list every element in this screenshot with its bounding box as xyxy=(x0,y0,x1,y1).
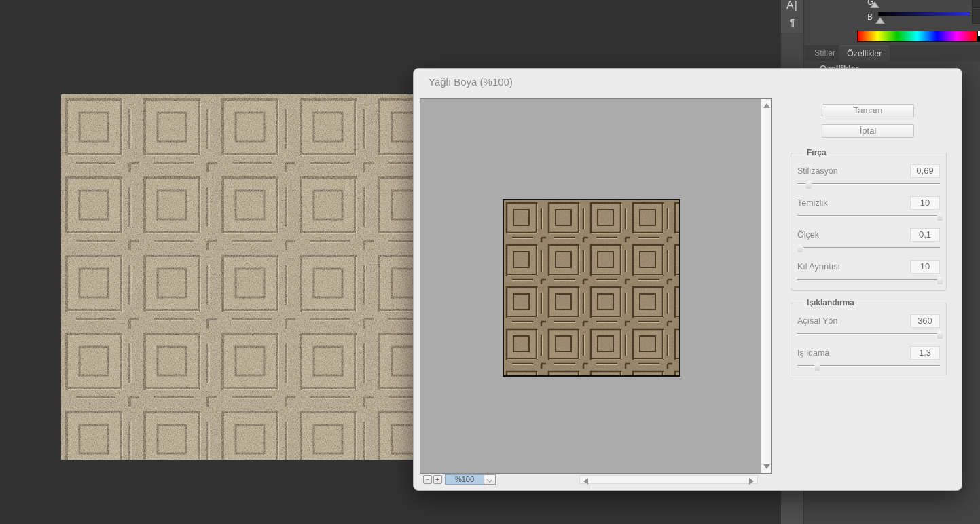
slider-track[interactable] xyxy=(797,212,940,221)
character-glyph: A xyxy=(786,0,795,12)
preview-vertical-scrollbar[interactable] xyxy=(761,99,771,473)
slider-thumb[interactable] xyxy=(797,244,804,252)
panel-tab-bar: Stiller Özellikler xyxy=(805,45,980,61)
black-swatch[interactable] xyxy=(977,36,980,42)
color-spectrum-ramp[interactable] xyxy=(857,31,977,42)
scroll-right-icon[interactable] xyxy=(749,478,754,485)
oil-paint-dialog: Yağlı Boya (%100) xyxy=(413,68,962,491)
zoom-out-button[interactable]: − xyxy=(423,475,432,484)
slider-track[interactable] xyxy=(797,180,940,189)
b-channel-row: B 0 xyxy=(805,9,980,25)
preview-frame xyxy=(420,98,772,474)
slider-value-field[interactable]: 10 xyxy=(910,196,940,210)
slider-row-stilizasyon: Stilizasyon 0,69 xyxy=(797,164,940,189)
g-slider-thumb[interactable] xyxy=(870,1,879,8)
paragraph-glyph: ¶ xyxy=(789,16,795,28)
tab-stiller[interactable]: Stiller xyxy=(806,45,843,61)
slider-row-isildama: Işıldama 1,3 xyxy=(797,346,940,371)
slider-value-field[interactable]: 0,1 xyxy=(910,228,940,242)
slider-label: Açısal Yön xyxy=(797,316,838,326)
slider-row-acisal-yon: Açısal Yön 360 xyxy=(797,314,940,339)
slider-thumb[interactable] xyxy=(814,362,821,371)
b-slider-thumb[interactable] xyxy=(875,17,885,24)
slider-row-temizlik: Temizlik 10 xyxy=(797,196,940,221)
tab-ozellikler[interactable]: Özellikler xyxy=(839,45,890,61)
slider-value-field[interactable]: 10 xyxy=(910,260,940,274)
slider-value-field[interactable]: 1,3 xyxy=(910,346,940,360)
slider-row-olcek: Ölçek 0,1 xyxy=(797,228,940,252)
lighting-group: Işıklandırma Açısal Yön 360 Işıldama 1,3 xyxy=(791,298,947,375)
slider-thumb[interactable] xyxy=(937,212,944,221)
slider-label: Kıl Ayrıntısı xyxy=(797,262,840,272)
filter-preview-image[interactable] xyxy=(503,199,680,377)
slider-thumb[interactable] xyxy=(937,276,944,284)
slider-thumb[interactable] xyxy=(805,181,812,189)
strip-lower-section xyxy=(781,33,803,71)
zoom-level-field[interactable]: %100 xyxy=(445,474,484,485)
slider-value-field[interactable]: 0,69 xyxy=(910,164,940,178)
slider-track[interactable] xyxy=(797,276,940,284)
brush-group: Fırça Stilizasyon 0,69 Temizlik 10 Ölçek… xyxy=(791,148,947,291)
document-texture-image xyxy=(61,94,414,460)
dialog-title: Yağlı Boya (%100) xyxy=(429,76,513,88)
zoom-in-button[interactable]: + xyxy=(433,475,442,484)
slider-label: Ölçek xyxy=(797,230,819,240)
brush-group-legend: Fırça xyxy=(803,148,830,157)
zoom-dropdown-button[interactable] xyxy=(484,474,496,485)
slider-track[interactable] xyxy=(797,244,940,252)
preview-horizontal-scrollbar[interactable] xyxy=(579,475,758,484)
scroll-up-icon[interactable] xyxy=(763,103,770,108)
slider-thumb[interactable] xyxy=(937,331,944,339)
b-gradient-bar[interactable] xyxy=(878,12,970,16)
character-panel-icon[interactable]: A| xyxy=(781,0,803,14)
scroll-left-icon[interactable] xyxy=(583,478,588,485)
slider-label: Işıldama xyxy=(797,348,829,358)
g-value-field[interactable]: 0 xyxy=(972,0,980,8)
lighting-group-legend: Işıklandırma xyxy=(803,298,858,307)
chevron-down-icon xyxy=(486,476,492,482)
document-canvas xyxy=(61,94,414,459)
slider-value-field[interactable]: 360 xyxy=(910,314,940,328)
slider-track[interactable] xyxy=(797,330,940,339)
scroll-down-icon[interactable] xyxy=(763,464,770,469)
ok-button[interactable]: Tamam xyxy=(822,104,914,117)
g-channel-row: G 0 xyxy=(805,0,980,8)
b-value-field[interactable]: 0 xyxy=(972,9,980,24)
paragraph-panel-icon[interactable]: ¶ xyxy=(781,14,803,30)
slider-track[interactable] xyxy=(797,362,940,371)
cancel-button[interactable]: İptal xyxy=(822,124,914,138)
preview-zoom-bar: − + %100 xyxy=(414,474,780,485)
slider-row-kil-ayrintisi: Kıl Ayrıntısı 10 xyxy=(797,260,940,284)
b-channel-label: B xyxy=(867,12,873,22)
slider-label: Temizlik xyxy=(797,198,827,208)
slider-label: Stilizasyon xyxy=(797,166,838,176)
